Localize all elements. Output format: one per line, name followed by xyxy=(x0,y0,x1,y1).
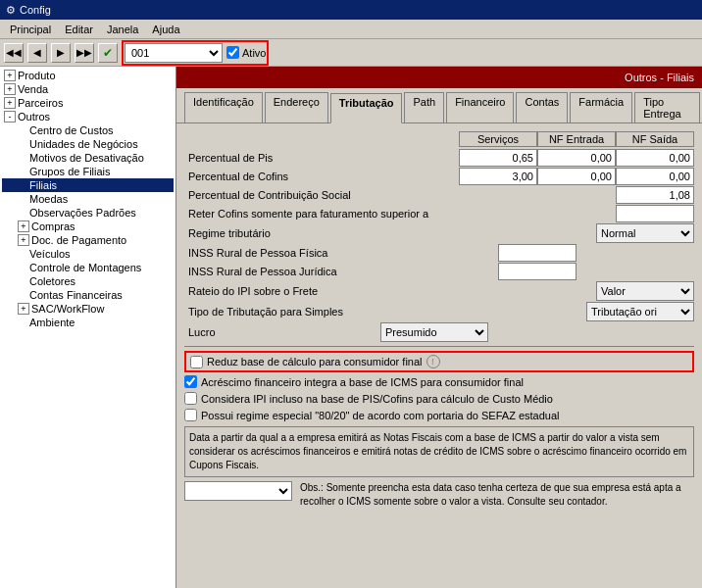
sidebar-item-unidades-negocios[interactable]: Unidades de Negócios xyxy=(2,137,174,151)
sidebar-label-doc-pagamento: Doc. de Pagamento xyxy=(31,234,126,246)
save-button[interactable]: ✔ xyxy=(98,43,118,63)
menu-ajuda[interactable]: Ajuda xyxy=(146,23,185,36)
title-bar-text: Config xyxy=(20,4,51,16)
record-select[interactable]: 001 xyxy=(125,43,223,63)
sidebar-item-doc-pagamento[interactable]: + Doc. de Pagamento xyxy=(2,233,174,247)
sidebar-item-observacoes[interactable]: Observações Padrões xyxy=(2,206,174,220)
sidebar-item-veiculos[interactable]: Veículos xyxy=(2,247,174,261)
date-row: Obs.: Somente preencha esta data caso te… xyxy=(184,481,694,509)
sidebar-item-produto[interactable]: + Produto xyxy=(2,69,174,82)
sidebar-item-sac-workflow[interactable]: + SAC/WorkFlow xyxy=(2,302,174,316)
sidebar-item-compras[interactable]: + Compras xyxy=(2,220,174,233)
acrescimo-label: Acréscimo financeiro integra a base de I… xyxy=(201,376,524,388)
lucro-select[interactable]: Presumido Real Arbitrado xyxy=(380,322,488,342)
inss-juridica-row: INSS Rural de Pessoa Jurídica xyxy=(184,263,694,280)
sidebar-item-ambiente[interactable]: Ambiente xyxy=(2,316,174,329)
contribuicao-input[interactable] xyxy=(616,186,694,204)
sidebar-item-motivos-desativacao[interactable]: Motivos de Desativação xyxy=(2,151,174,165)
sidebar-item-controle-montagens[interactable]: Controle de Montagens xyxy=(2,261,174,274)
pis-nf-saida-input[interactable] xyxy=(616,149,694,167)
tab-financeiro[interactable]: Financeiro xyxy=(446,92,514,122)
sidebar-label-contas-financeiras: Contas Financeiras xyxy=(29,289,123,301)
sidebar-item-contas-financeiras[interactable]: Contas Financeiras xyxy=(2,288,174,302)
rateio-ipi-select[interactable]: Valor Quantidade Nenhum xyxy=(596,281,694,301)
tab-path[interactable]: Path xyxy=(404,92,444,122)
pis-servicos-input[interactable] xyxy=(459,149,537,167)
lucro-label: Lucro xyxy=(184,324,380,340)
sidebar-item-coletores[interactable]: Coletores xyxy=(2,274,174,288)
sidebar-label-centro-custos: Centro de Custos xyxy=(29,124,114,136)
menu-bar: Principal Editar Janela Ajuda xyxy=(0,20,702,39)
date-dropdown[interactable] xyxy=(184,481,292,501)
tab-contas[interactable]: Contas xyxy=(516,92,568,122)
content-header: Outros - Filiais xyxy=(176,67,702,88)
sidebar-label-coletores: Coletores xyxy=(29,275,75,287)
sidebar-label-venda: Venda xyxy=(18,83,48,95)
nav-last-button[interactable]: ▶▶ xyxy=(75,43,94,63)
sidebar-label-parceiros: Parceiros xyxy=(18,97,63,109)
sidebar-label-filiais: Filiais xyxy=(29,179,57,191)
possui-regime-checkbox[interactable] xyxy=(184,409,197,421)
possui-regime-label: Possui regime especial "80/20" de acordo… xyxy=(201,410,560,421)
possui-regime-checkbox-group: Possui regime especial "80/20" de acordo… xyxy=(184,408,694,422)
sidebar-item-centro-custos[interactable]: Centro de Custos xyxy=(2,123,174,137)
acrescimo-checkbox[interactable] xyxy=(184,375,197,388)
inss-juridica-label: INSS Rural de Pessoa Jurídica xyxy=(184,264,498,279)
regime-tributario-select[interactable]: Normal Simples Nacional Lucro Real xyxy=(596,223,694,243)
inss-fisica-input[interactable] xyxy=(498,244,577,262)
reduz-base-checkbox[interactable] xyxy=(190,356,203,368)
title-bar: ⚙ Config xyxy=(0,0,702,20)
tab-farmacia[interactable]: Farmácia xyxy=(570,92,632,122)
cofins-nf-entrada-input[interactable] xyxy=(537,168,616,185)
expander-outros[interactable]: - xyxy=(4,111,16,122)
pis-nf-entrada-input[interactable] xyxy=(537,149,616,167)
reter-cofins-input[interactable] xyxy=(616,205,694,222)
tab-endereco[interactable]: Endereço xyxy=(265,92,328,122)
sidebar-item-parceiros[interactable]: + Parceiros xyxy=(2,96,174,110)
inss-fisica-label: INSS Rural de Pessoa Física xyxy=(184,245,498,261)
tab-identificacao[interactable]: Identificação xyxy=(184,92,263,122)
nav-next-button[interactable]: ▶ xyxy=(51,43,71,63)
sidebar-item-outros[interactable]: - Outros xyxy=(2,110,174,123)
ativo-checkbox[interactable] xyxy=(226,46,239,59)
sidebar-item-grupos-filiais[interactable]: Grupos de Filiais xyxy=(2,165,174,178)
sidebar-label-motivos-desativacao: Motivos de Desativação xyxy=(29,152,144,164)
main-layout: + Produto + Venda + Parceiros - Outros C… xyxy=(0,67,702,588)
tab-tributacao[interactable]: Tributação xyxy=(330,93,403,123)
info-text-content: Data a partir da qual a a empresa emitir… xyxy=(189,432,686,470)
cofins-nf-saida-input[interactable] xyxy=(616,168,694,185)
sidebar-item-moedas[interactable]: Moedas xyxy=(2,192,174,206)
expander-venda[interactable]: + xyxy=(4,83,16,95)
expander-produto[interactable]: + xyxy=(4,70,16,81)
tab-tipo-entrega[interactable]: Tipo Entrega xyxy=(634,92,700,122)
expander-compras[interactable]: + xyxy=(18,220,29,232)
pis-row: Percentual de Pis xyxy=(184,149,694,167)
info-text-box: Data a partir da qual a a empresa emitir… xyxy=(184,426,694,477)
rateio-ipi-label: Rateio do IPI sobre o Frete xyxy=(184,283,596,299)
nav-first-button[interactable]: ◀◀ xyxy=(4,43,24,63)
cofins-label: Percentual de Cofins xyxy=(184,169,459,184)
info-icon: ! xyxy=(426,355,440,368)
tributacao-tab-content: Serviços NF Entrada NF Saída Percentual … xyxy=(176,123,702,588)
considera-ipi-checkbox-group: Considera IPI incluso na base de PIS/Cof… xyxy=(184,391,694,406)
menu-editar[interactable]: Editar xyxy=(59,23,99,36)
menu-principal[interactable]: Principal xyxy=(4,23,57,36)
sidebar-item-venda[interactable]: + Venda xyxy=(2,82,174,96)
sidebar-label-ambiente: Ambiente xyxy=(29,317,75,328)
ativo-checkbox-group: Ativo xyxy=(226,46,266,59)
divider xyxy=(184,346,694,347)
expander-doc-pagamento[interactable]: + xyxy=(18,234,29,246)
expander-parceiros[interactable]: + xyxy=(4,97,16,109)
inss-juridica-input[interactable] xyxy=(498,263,577,280)
menu-janela[interactable]: Janela xyxy=(101,23,144,36)
cofins-row: Percentual de Cofins xyxy=(184,168,694,185)
sidebar-item-filiais[interactable]: Filiais xyxy=(2,178,174,192)
sidebar-label-observacoes: Observações Padrões xyxy=(29,207,136,219)
nav-prev-button[interactable]: ◀ xyxy=(27,43,47,63)
considera-ipi-checkbox[interactable] xyxy=(184,392,197,405)
reduz-base-checkbox-group: Reduz base de cálculo para consumidor fi… xyxy=(184,351,694,372)
expander-sac[interactable]: + xyxy=(18,303,29,315)
tipo-tributacao-select[interactable]: Tributação ori xyxy=(586,302,694,321)
reduz-base-label: Reduz base de cálculo para consumidor fi… xyxy=(207,356,423,368)
cofins-servicos-input[interactable] xyxy=(459,168,537,185)
